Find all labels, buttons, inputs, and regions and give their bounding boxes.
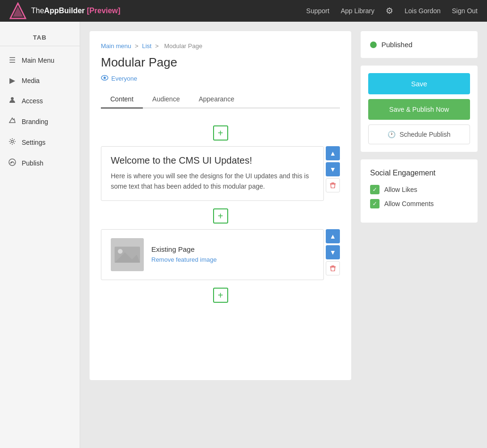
sidebar-item-media[interactable]: ▶ Media bbox=[0, 70, 80, 91]
text-content-block: Welcome to the CMS UI Updates! Here is w… bbox=[101, 146, 340, 201]
image-info: Existing Page Remove featured image bbox=[151, 245, 314, 264]
social-card: Social Engagement ✓ Allow Likes ✓ Allow … bbox=[361, 159, 478, 223]
top-navigation: TheAppBuilder [Preview] Support App Libr… bbox=[0, 0, 487, 22]
status-row: Published bbox=[370, 41, 468, 49]
audience-badge[interactable]: Everyone bbox=[101, 75, 340, 82]
checkmark-icon-2: ✓ bbox=[372, 200, 377, 207]
sidebar-item-branding[interactable]: Branding bbox=[0, 111, 80, 132]
publish-icon bbox=[8, 158, 17, 168]
page-editor: Main menu > List > Modular Page Modular … bbox=[90, 31, 351, 380]
checkmark-icon: ✓ bbox=[372, 186, 377, 193]
allow-likes-row: ✓ Allow Likes bbox=[370, 185, 468, 194]
schedule-publish-button[interactable]: 🕐 Schedule Publish bbox=[368, 124, 470, 144]
clock-icon: 🕐 bbox=[388, 131, 396, 138]
text-block-body-text: Here is where you will see the designs f… bbox=[111, 171, 314, 192]
sidebar-label-publish: Publish bbox=[22, 159, 43, 167]
breadcrumb-list[interactable]: List bbox=[142, 42, 151, 50]
tab-content[interactable]: Content bbox=[101, 91, 143, 108]
sidebar-label-main-menu: Main Menu bbox=[22, 57, 54, 64]
brand-logo: TheAppBuilder [Preview] bbox=[9, 2, 120, 19]
user-icon bbox=[8, 96, 17, 106]
breadcrumb-sep1: > bbox=[135, 42, 139, 50]
allow-comments-row: ✓ Allow Comments bbox=[370, 199, 468, 208]
settings-sidebar-icon bbox=[8, 138, 17, 147]
breadcrumb-sep2: > bbox=[155, 42, 159, 50]
move-up-button[interactable]: ▲ bbox=[326, 146, 340, 160]
sidebar-item-settings[interactable]: Settings bbox=[0, 132, 80, 153]
sidebar-label-access: Access bbox=[22, 97, 43, 105]
image-delete-button[interactable] bbox=[326, 261, 340, 275]
nav-links: Support App Library ⚙ Lois Gordon Sign O… bbox=[306, 6, 478, 16]
add-block-button-top[interactable]: + bbox=[213, 125, 228, 141]
sidebar-label-media: Media bbox=[22, 77, 40, 84]
sidebar-item-access[interactable]: Access bbox=[0, 91, 80, 111]
image-block-controls: ▲ ▼ bbox=[326, 229, 340, 280]
breadcrumb-main-menu[interactable]: Main menu bbox=[101, 42, 131, 50]
image-name: Existing Page bbox=[151, 245, 314, 253]
status-card: Published bbox=[361, 31, 478, 58]
svg-point-3 bbox=[11, 141, 14, 143]
image-content-block: Existing Page Remove featured image ▲ ▼ bbox=[101, 229, 340, 280]
page-title: Modular Page bbox=[101, 55, 340, 70]
image-move-down-button[interactable]: ▼ bbox=[326, 245, 340, 259]
svg-rect-7 bbox=[331, 183, 334, 183]
logo-icon bbox=[9, 2, 26, 19]
image-block-inner: Existing Page Remove featured image bbox=[111, 238, 314, 271]
allow-comments-label: Allow Comments bbox=[384, 200, 434, 207]
user-name-link[interactable]: Lois Gordon bbox=[404, 7, 440, 15]
image-block-body: Existing Page Remove featured image bbox=[101, 229, 324, 280]
svg-point-2 bbox=[11, 97, 14, 100]
social-title: Social Engagement bbox=[370, 169, 468, 177]
menu-icon: ☰ bbox=[8, 56, 17, 65]
image-placeholder-svg bbox=[111, 238, 144, 271]
content-area: + Welcome to the CMS UI Updates! Here is… bbox=[101, 118, 340, 310]
breadcrumb: Main menu > List > Modular Page bbox=[101, 42, 340, 50]
sidebar-label-settings: Settings bbox=[22, 139, 46, 146]
text-block-title: Welcome to the CMS UI Updates! bbox=[111, 155, 314, 166]
remove-featured-image-link[interactable]: Remove featured image bbox=[151, 256, 217, 263]
delete-button[interactable] bbox=[326, 178, 340, 192]
settings-icon[interactable]: ⚙ bbox=[386, 6, 393, 16]
sidebar-item-main-menu[interactable]: ☰ Main Menu bbox=[0, 50, 80, 70]
sidebar-item-publish[interactable]: Publish bbox=[0, 153, 80, 174]
allow-likes-label: Allow Likes bbox=[384, 186, 417, 193]
add-row-middle: + bbox=[101, 203, 340, 229]
support-link[interactable]: Support bbox=[306, 7, 330, 15]
image-thumbnail bbox=[111, 238, 144, 271]
svg-point-5 bbox=[104, 77, 106, 79]
tab-appearance[interactable]: Appearance bbox=[189, 91, 244, 108]
text-block-body: Welcome to the CMS UI Updates! Here is w… bbox=[101, 146, 324, 201]
add-block-button-bottom[interactable]: + bbox=[213, 288, 228, 303]
svg-point-10 bbox=[118, 249, 123, 254]
add-row-bottom: + bbox=[101, 282, 340, 308]
schedule-label: Schedule Publish bbox=[399, 131, 450, 138]
add-row-top: + bbox=[101, 120, 340, 146]
eye-icon bbox=[101, 75, 108, 82]
status-label: Published bbox=[381, 41, 413, 49]
tab-audience[interactable]: Audience bbox=[143, 91, 189, 108]
audience-label: Everyone bbox=[111, 75, 137, 82]
play-icon: ▶ bbox=[8, 76, 17, 85]
actions-card: Save Save & Publish Now 🕐 Schedule Publi… bbox=[361, 66, 478, 152]
right-panel: Published Save Save & Publish Now 🕐 Sche… bbox=[361, 31, 478, 223]
sidebar-label-branding: Branding bbox=[22, 118, 48, 125]
sidebar-tab-label: TAB bbox=[0, 29, 80, 46]
brand-name: TheAppBuilder [Preview] bbox=[31, 7, 120, 15]
svg-rect-13 bbox=[331, 265, 334, 266]
allow-likes-checkbox[interactable]: ✓ bbox=[370, 185, 380, 194]
content-tabs: Content Audience Appearance bbox=[101, 91, 340, 108]
save-publish-now-button[interactable]: Save & Publish Now bbox=[368, 99, 470, 120]
breadcrumb-current: Modular Page bbox=[164, 42, 202, 50]
status-dot bbox=[370, 41, 377, 48]
app-library-link[interactable]: App Library bbox=[341, 7, 375, 15]
sidebar: TAB ☰ Main Menu ▶ Media Access Branding … bbox=[0, 22, 80, 448]
save-button[interactable]: Save bbox=[368, 73, 470, 94]
sign-out-link[interactable]: Sign Out bbox=[452, 7, 478, 15]
add-block-button-middle[interactable]: + bbox=[213, 208, 228, 224]
image-move-up-button[interactable]: ▲ bbox=[326, 229, 340, 243]
branding-icon bbox=[8, 117, 17, 126]
text-block-controls: ▲ ▼ bbox=[326, 146, 340, 201]
move-down-button[interactable]: ▼ bbox=[326, 162, 340, 176]
allow-comments-checkbox[interactable]: ✓ bbox=[370, 199, 380, 208]
main-layout: TAB ☰ Main Menu ▶ Media Access Branding … bbox=[0, 22, 487, 448]
